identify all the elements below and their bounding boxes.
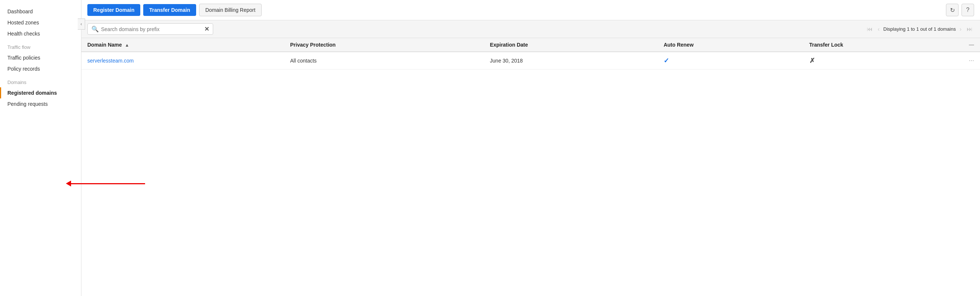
register-domain-button[interactable]: Register Domain — [88, 4, 140, 16]
pagination-first-button[interactable]: ⏮ — [865, 25, 874, 33]
sidebar-item-policy-records[interactable]: Policy records — [0, 63, 81, 74]
pagination-info: ⏮ ‹ Displaying 1 to 1 out of 1 domains ›… — [865, 25, 974, 33]
sidebar-item-hosted-zones[interactable]: Hosted zones — [0, 17, 81, 28]
sidebar-item-health-checks[interactable]: Health checks — [0, 28, 81, 39]
transfer-domain-button[interactable]: Transfer Domain — [143, 4, 196, 16]
col-header-privacy-protection: Privacy Protection — [284, 38, 484, 52]
domains-table: Domain Name ▲ Privacy Protection Expirat… — [81, 38, 980, 70]
search-input[interactable] — [101, 26, 202, 32]
refresh-icon: ↻ — [950, 7, 955, 14]
cell-auto-renew: ✓ — [658, 52, 803, 70]
transfer-lock-x-icon: ✗ — [810, 57, 815, 64]
pagination-text: Displaying 1 to 1 out of 1 domains — [883, 26, 956, 32]
search-input-wrapper: 🔍 ✕ — [88, 23, 213, 35]
pagination-last-button[interactable]: ⏭ — [965, 25, 974, 33]
main-content: Register Domain Transfer Domain Domain B… — [81, 0, 980, 296]
cell-expiration-date: June 30, 2018 — [484, 52, 658, 70]
table-row: serverlessteam.com All contacts June 30,… — [81, 52, 980, 70]
pagination-prev-button[interactable]: ‹ — [877, 25, 881, 33]
domain-billing-report-button[interactable]: Domain Billing Report — [199, 4, 262, 16]
cell-domain-name: serverlessteam.com — [81, 52, 284, 70]
cell-transfer-lock: ✗ — [803, 52, 963, 70]
sidebar-item-registered-domains[interactable]: Registered domains — [0, 88, 81, 99]
auto-renew-check-icon: ✓ — [663, 57, 669, 64]
sidebar-section-domains: Domains — [0, 74, 81, 88]
sidebar-item-pending-requests[interactable]: Pending requests — [0, 99, 81, 110]
refresh-button[interactable]: ↻ — [946, 4, 959, 16]
col-header-transfer-lock: Transfer Lock — [803, 38, 963, 52]
toolbar: Register Domain Transfer Domain Domain B… — [81, 0, 980, 20]
col-header-auto-renew: Auto Renew — [658, 38, 803, 52]
pagination-next-button[interactable]: › — [958, 25, 963, 33]
sidebar-item-traffic-policies[interactable]: Traffic policies — [0, 52, 81, 63]
cell-more-options[interactable]: ⋯ — [963, 52, 980, 70]
clear-search-icon[interactable]: ✕ — [204, 25, 209, 33]
sidebar-section-traffic-flow: Traffic flow — [0, 39, 81, 52]
help-icon: ? — [966, 7, 970, 13]
help-button[interactable]: ? — [961, 4, 974, 16]
sidebar: Dashboard Hosted zones Health checks Tra… — [0, 0, 81, 296]
col-header-domain-name[interactable]: Domain Name ▲ — [81, 38, 284, 52]
cell-privacy-protection: All contacts — [284, 52, 484, 70]
sidebar-item-dashboard[interactable]: Dashboard — [0, 6, 81, 17]
col-header-expiration-date: Expiration Date — [484, 38, 658, 52]
domain-link[interactable]: serverlessteam.com — [88, 58, 134, 64]
sidebar-toggle-button[interactable]: ‹ — [78, 19, 85, 30]
search-icon: 🔍 — [91, 25, 99, 33]
col-header-more: — — [963, 38, 980, 52]
search-bar-row: 🔍 ✕ ⏮ ‹ Displaying 1 to 1 out of 1 domai… — [81, 20, 980, 38]
table-header-row: Domain Name ▲ Privacy Protection Expirat… — [81, 38, 980, 52]
domains-table-container: Domain Name ▲ Privacy Protection Expirat… — [81, 38, 980, 296]
sort-arrow-icon: ▲ — [125, 43, 129, 48]
